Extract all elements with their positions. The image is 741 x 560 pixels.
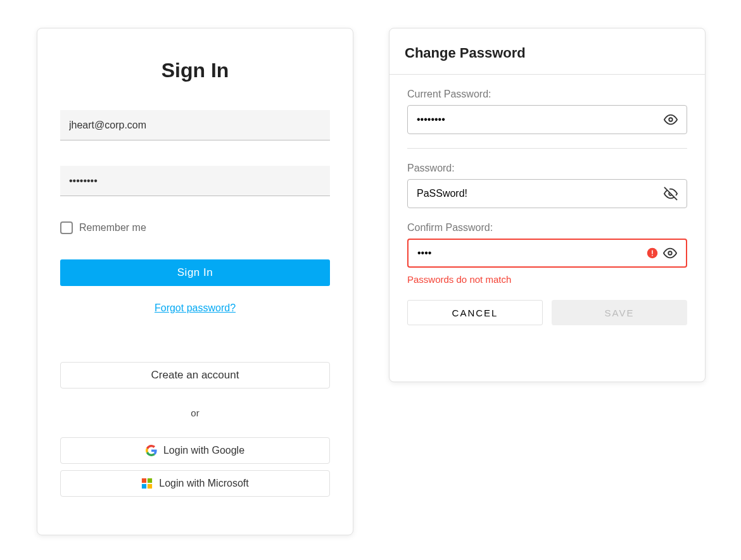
eye-icon[interactable] [658, 246, 677, 260]
remember-checkbox[interactable] [60, 221, 73, 234]
svg-rect-0 [142, 478, 146, 483]
svg-rect-8 [652, 255, 653, 256]
new-password-label: Password: [407, 163, 687, 174]
current-password-field[interactable] [407, 105, 687, 134]
svg-point-4 [669, 118, 673, 121]
svg-rect-1 [148, 478, 152, 483]
create-account-button[interactable]: Create an account [60, 362, 330, 389]
google-icon [146, 445, 157, 456]
svg-point-9 [668, 251, 672, 255]
new-password-input[interactable] [417, 188, 659, 199]
new-password-field[interactable] [407, 179, 687, 208]
google-login-label: Login with Google [163, 445, 244, 456]
signin-title: Sign In [60, 59, 330, 82]
svg-rect-7 [652, 251, 653, 254]
remember-me-row[interactable]: Remember me [60, 221, 330, 234]
signin-button[interactable]: Sign In [60, 259, 330, 286]
confirm-password-input[interactable] [417, 247, 642, 259]
microsoft-login-label: Login with Microsoft [159, 478, 248, 489]
remember-label: Remember me [79, 222, 146, 233]
svg-rect-3 [148, 484, 152, 488]
eye-off-icon[interactable] [659, 187, 678, 201]
microsoft-login-button[interactable]: Login with Microsoft [60, 470, 330, 497]
signin-card: Sign In Remember me Sign In Forgot passw… [37, 28, 353, 535]
divider-or: or [60, 408, 330, 418]
microsoft-icon [141, 478, 153, 489]
current-password-label: Current Password: [407, 89, 687, 100]
email-input[interactable] [60, 110, 330, 140]
change-password-card: Change Password Current Password: Passwo… [389, 28, 706, 382]
confirm-password-field[interactable] [407, 239, 687, 268]
forgot-password-link[interactable]: Forgot password? [60, 302, 330, 314]
svg-rect-2 [142, 484, 146, 488]
save-button: SAVE [552, 300, 687, 325]
change-password-header: Change Password [390, 28, 705, 75]
confirm-password-label: Confirm Password: [407, 222, 687, 233]
eye-icon[interactable] [659, 113, 678, 127]
change-password-title: Change Password [405, 45, 690, 61]
error-icon [642, 247, 658, 259]
password-error-text: Passwords do not match [407, 274, 687, 285]
cancel-button[interactable]: CANCEL [407, 300, 543, 325]
google-login-button[interactable]: Login with Google [60, 437, 330, 464]
password-input[interactable] [60, 166, 330, 196]
current-password-input[interactable] [417, 114, 659, 125]
section-divider [407, 148, 687, 149]
